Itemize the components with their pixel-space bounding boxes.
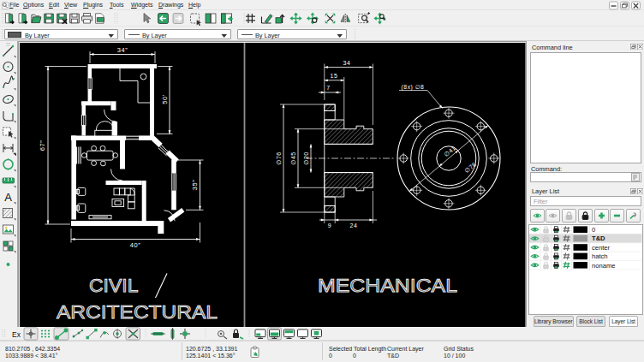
svg-text:CIVIL: CIVIL bbox=[89, 275, 139, 296]
svg-text:noname: noname bbox=[592, 261, 615, 269]
svg-text:∅45: ∅45 bbox=[290, 151, 296, 164]
svg-text:center: center bbox=[592, 243, 611, 251]
svg-text:40”: 40” bbox=[130, 241, 140, 249]
svg-text:(8x) ∅8: (8x) ∅8 bbox=[402, 84, 425, 91]
svg-text:67”: 67” bbox=[39, 140, 46, 151]
svg-text:∅20: ∅20 bbox=[303, 151, 309, 164]
svg-text:15: 15 bbox=[331, 73, 338, 79]
svg-text:T&D: T&D bbox=[592, 234, 605, 242]
svg-text:Ex: Ex bbox=[12, 330, 21, 339]
svg-text:50’: 50’ bbox=[161, 94, 169, 104]
svg-text:∅76: ∅76 bbox=[276, 151, 282, 164]
svg-text:A: A bbox=[4, 191, 12, 204]
svg-text:34”: 34” bbox=[117, 46, 128, 54]
svg-text:34: 34 bbox=[343, 60, 351, 66]
svg-text:35”: 35” bbox=[191, 180, 199, 190]
svg-text:ARCITECTURAL: ARCITECTURAL bbox=[57, 301, 218, 323]
svg-text:0: 0 bbox=[592, 226, 595, 234]
svg-text:9: 9 bbox=[328, 223, 331, 228]
svg-text:7: 7 bbox=[326, 85, 330, 91]
svg-text:MECHANICAL: MECHANICAL bbox=[318, 275, 457, 296]
svg-text:24: 24 bbox=[350, 223, 358, 228]
svg-text:hatch: hatch bbox=[592, 252, 608, 260]
